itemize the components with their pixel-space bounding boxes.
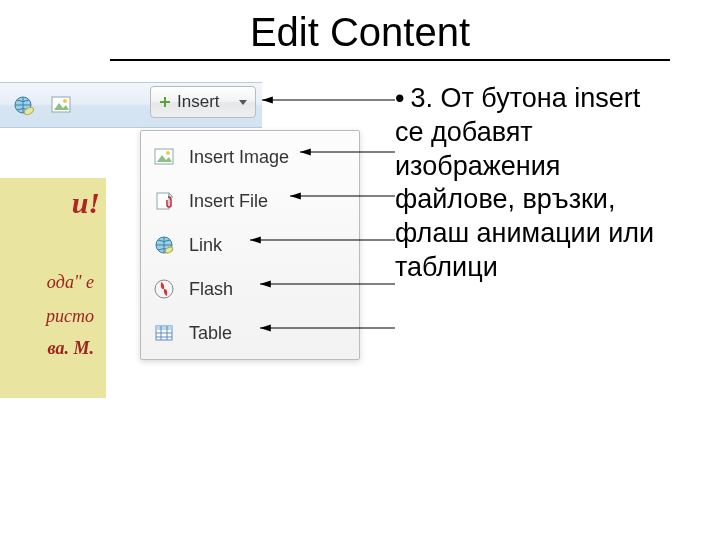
svg-rect-6 xyxy=(160,101,170,103)
explanation-text: •3. От бутона insert се добавят изображе… xyxy=(395,82,675,285)
preview-text: u! xyxy=(72,186,100,220)
menu-item-label: Insert Image xyxy=(189,147,289,168)
menu-item-label: Table xyxy=(189,323,232,344)
preview-text: oдa" e xyxy=(47,272,94,293)
image-icon xyxy=(50,94,72,116)
menu-item-table[interactable]: Table xyxy=(141,311,359,355)
image-icon xyxy=(153,146,175,168)
svg-rect-15 xyxy=(156,326,172,330)
insert-dropdown-menu: Insert Image Insert File Link Flash Tabl… xyxy=(140,130,360,360)
menu-item-insert-file[interactable]: Insert File xyxy=(141,179,359,223)
menu-item-link[interactable]: Link xyxy=(141,223,359,267)
globe-link-icon xyxy=(12,94,34,116)
svg-point-9 xyxy=(166,151,170,155)
menu-item-flash[interactable]: Flash xyxy=(141,267,359,311)
menu-item-label: Link xyxy=(189,235,222,256)
image-button[interactable] xyxy=(46,90,76,120)
chevron-down-icon xyxy=(239,100,247,105)
preview-text: ва. М. xyxy=(48,338,94,359)
globe-link-icon xyxy=(153,234,175,256)
page-title: Edit Content xyxy=(0,10,720,55)
svg-point-4 xyxy=(63,99,67,103)
file-icon xyxy=(153,190,175,212)
title-underline xyxy=(110,59,670,61)
content-preview-image: u! oдa" e pucmo ва. М. xyxy=(0,178,106,398)
menu-item-label: Insert File xyxy=(189,191,268,212)
bullet-marker: • xyxy=(395,83,404,113)
insert-button-label: Insert xyxy=(177,92,220,112)
preview-text: pucmo xyxy=(46,306,94,327)
insert-button[interactable]: Insert xyxy=(150,86,256,118)
plus-icon xyxy=(159,96,171,108)
flash-icon xyxy=(153,278,175,300)
bullet-body: 3. От бутона insert се добавят изображен… xyxy=(395,83,654,282)
table-icon xyxy=(153,322,175,344)
menu-item-insert-image[interactable]: Insert Image xyxy=(141,135,359,179)
menu-item-label: Flash xyxy=(189,279,233,300)
link-button[interactable] xyxy=(8,90,38,120)
